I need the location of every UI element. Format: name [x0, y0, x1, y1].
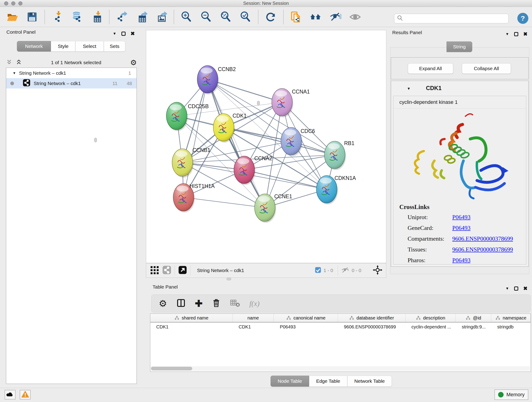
zoom-window-button[interactable]	[18, 1, 22, 6]
memory-button[interactable]: Memory	[494, 389, 528, 400]
save-session-icon[interactable]	[26, 11, 38, 23]
splitter-grip-vertical[interactable]	[257, 101, 260, 105]
warnings-button[interactable]	[20, 390, 31, 400]
column-header-name[interactable]: name	[233, 314, 274, 322]
export-image-icon[interactable]	[155, 11, 168, 23]
show-columns-icon[interactable]	[176, 298, 186, 309]
table-cell[interactable]: CDK1	[150, 322, 233, 332]
tab-string[interactable]: String	[447, 41, 472, 52]
column-header-databaseidentifier[interactable]: database identifier	[338, 314, 405, 322]
edge-CDK1-RB1[interactable]	[224, 128, 335, 155]
export-table-icon[interactable]	[135, 11, 148, 23]
crosslink-link[interactable]: P06493	[452, 214, 470, 221]
zoom-selected-icon[interactable]	[239, 11, 252, 23]
column-header-description[interactable]: description	[405, 314, 456, 322]
selected-checkbox-icon[interactable]	[315, 267, 321, 274]
tab-node-table[interactable]: Node Table	[271, 376, 309, 387]
collapse-all-icon[interactable]	[6, 59, 12, 66]
new-network-from-selection-icon[interactable]	[290, 11, 302, 23]
search-box[interactable]	[394, 14, 509, 23]
delete-table-icon[interactable]	[230, 299, 240, 308]
network-canvas[interactable]: CCNB2CCNA1CDC25BCDK1CDC6RB1CCNB1CCNA2CDK…	[146, 30, 386, 263]
tab-select[interactable]: Select	[75, 41, 104, 51]
table-row[interactable]: CDK1CDK1P064939606.ENSP00000378699cyclin…	[150, 322, 531, 332]
table-panel-float-icon[interactable]	[514, 287, 518, 291]
add-column-icon[interactable]: ✚	[195, 299, 203, 308]
crosslink-link[interactable]: P06493	[452, 257, 470, 264]
results-panel-menu-icon[interactable]: ▼	[505, 32, 509, 36]
open-session-icon[interactable]	[6, 11, 19, 23]
node-CCNE1[interactable]: CCNE1	[254, 193, 292, 223]
tab-sets[interactable]: Sets	[104, 41, 125, 51]
hidden-eye-icon[interactable]	[341, 267, 349, 274]
show-all-icon[interactable]	[349, 11, 361, 23]
crosslink-link[interactable]: P06493	[452, 225, 470, 231]
node-CDKN1A[interactable]: CDKN1A	[317, 175, 356, 204]
node-CDC6[interactable]: CDC6	[281, 128, 315, 156]
tab-edge-table[interactable]: Edge Table	[309, 376, 347, 387]
table-settings-gear-icon[interactable]: ⚙	[159, 299, 167, 308]
column-header-namespace[interactable]: namespace	[491, 314, 531, 322]
function-builder-icon[interactable]: f(x)	[249, 299, 259, 308]
minimize-window-button[interactable]	[11, 1, 15, 6]
edge-CCNB2-HIST1H1A[interactable]	[184, 79, 208, 197]
table-cell[interactable]: CDK1	[233, 322, 274, 332]
node-CCNB1[interactable]: CCNB1	[172, 147, 210, 178]
expand-all-icon[interactable]	[16, 59, 22, 66]
splitter-grip-control[interactable]	[94, 138, 97, 142]
node-CCNA2[interactable]: CCNA2	[234, 155, 272, 185]
window-titlebar[interactable]: Session: New Session	[0, 0, 532, 7]
export-network-icon[interactable]	[115, 11, 128, 23]
hide-selection-icon[interactable]	[329, 11, 342, 23]
expand-all-button[interactable]: Expand All	[408, 63, 453, 74]
import-table-icon[interactable]	[90, 11, 103, 23]
node-RB1[interactable]: RB1	[324, 140, 355, 170]
close-window-button[interactable]	[4, 1, 8, 6]
collapse-all-button[interactable]: Collapse All	[462, 63, 511, 74]
tab-network[interactable]: Network	[17, 41, 51, 51]
table-cell[interactable]: 9606.ENSP00000378699	[338, 322, 405, 332]
tab-style[interactable]: Style	[51, 41, 75, 51]
network-tree-root-row[interactable]: ▼ String Network – cdk1 1	[6, 68, 137, 78]
help-button[interactable]: ?	[517, 13, 528, 24]
table-cell[interactable]: stringdb	[491, 322, 531, 332]
search-input[interactable]	[404, 16, 504, 21]
zoom-in-icon[interactable]	[180, 11, 193, 23]
scrollbar-thumb[interactable]	[151, 367, 192, 370]
import-network-database-icon[interactable]	[70, 11, 83, 23]
results-panel-close-icon[interactable]: ✖	[523, 31, 527, 37]
network-tree-item-row[interactable]: String Network – cdk1 11 48	[6, 78, 137, 89]
table-horizontal-scrollbar[interactable]	[151, 366, 530, 371]
table-panel-menu-icon[interactable]: ▼	[505, 287, 509, 291]
tree-collapse-icon[interactable]: ▼	[13, 71, 19, 75]
network-view-icon[interactable]	[162, 265, 171, 275]
edge-CCNB2-CCNE1[interactable]	[208, 79, 265, 208]
column-header-canonicalname[interactable]: canonical name	[274, 314, 338, 322]
table-cell[interactable]: P06493	[274, 322, 338, 332]
node-CDC25B[interactable]: CDC25B	[166, 102, 209, 131]
grid-view-icon[interactable]	[150, 265, 159, 275]
results-panel-float-icon[interactable]	[514, 32, 518, 36]
node-CCNB2[interactable]: CCNB2	[197, 65, 236, 95]
control-panel-float-icon[interactable]	[121, 32, 126, 36]
control-panel-close-icon[interactable]: ✖	[131, 31, 135, 37]
network-options-gear-icon[interactable]: ⚙	[130, 59, 137, 66]
import-network-file-icon[interactable]	[51, 11, 64, 23]
refresh-layout-icon[interactable]	[264, 11, 277, 23]
open-in-window-icon[interactable]	[178, 265, 187, 275]
zoom-fit-icon[interactable]	[220, 11, 232, 23]
node-CCNA1[interactable]: CCNA1	[272, 89, 310, 117]
zoom-out-icon[interactable]	[200, 11, 213, 23]
edge-HIST1H1A-CCNE1[interactable]	[184, 197, 265, 208]
crosslink-link[interactable]: 9606.ENSP00000378699	[452, 235, 513, 242]
column-header-sharedname[interactable]: shared name	[150, 314, 233, 322]
delete-column-icon[interactable]	[212, 298, 221, 309]
network-graph[interactable]: CCNB2CCNA1CDC25BCDK1CDC6RB1CCNB1CCNA2CDK…	[146, 30, 386, 263]
table-panel-close-icon[interactable]: ✖	[523, 286, 527, 292]
cloud-button[interactable]	[5, 390, 16, 400]
node-HIST1H1A[interactable]: HIST1H1A	[173, 183, 215, 212]
crosslink-link[interactable]: 9606.ENSP00000378699	[452, 246, 513, 253]
edge-CCNB2-CCNA1[interactable]	[208, 79, 282, 102]
splitter-grip-horizontal[interactable]	[227, 278, 231, 280]
entry-collapse-icon[interactable]: ▼	[407, 87, 411, 91]
